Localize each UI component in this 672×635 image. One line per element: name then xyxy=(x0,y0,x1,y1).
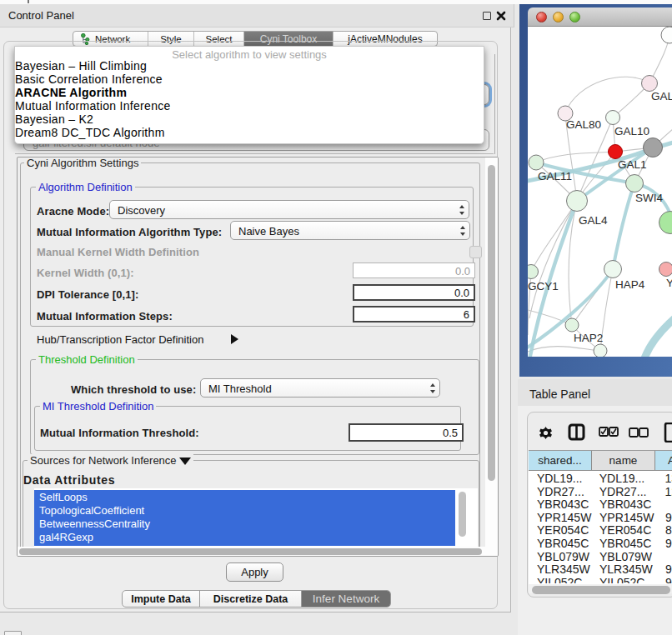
svg-text:GAL80: GAL80 xyxy=(566,118,601,131)
svg-text:GAL: GAL xyxy=(651,90,672,102)
svg-text:GAL11: GAL11 xyxy=(538,170,572,182)
svg-text:GCY1: GCY1 xyxy=(528,280,559,292)
svg-text:GAL4: GAL4 xyxy=(579,214,608,227)
svg-text:HAP2: HAP2 xyxy=(574,332,603,344)
svg-text:Y: Y xyxy=(666,277,672,289)
svg-text:HAP4: HAP4 xyxy=(615,278,645,291)
svg-text:GAL10: GAL10 xyxy=(614,125,649,138)
svg-text:GAL1: GAL1 xyxy=(618,158,647,171)
svg-text:SWI4: SWI4 xyxy=(635,192,663,204)
